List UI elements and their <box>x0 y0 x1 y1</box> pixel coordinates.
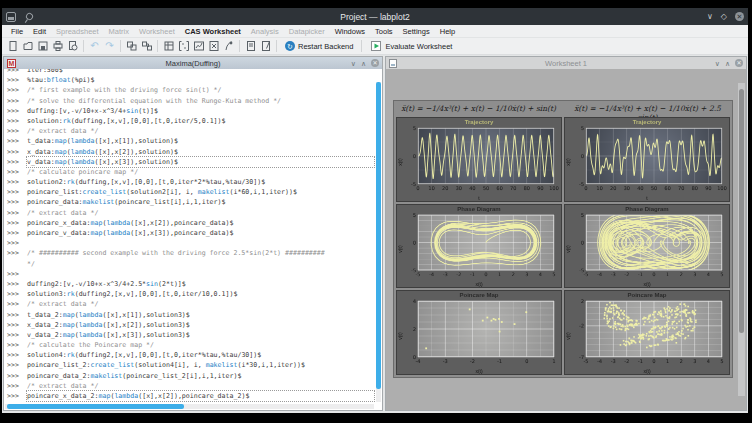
close-icon[interactable]: ✕ <box>735 12 744 21</box>
cas-vertical-scrollbar[interactable] <box>376 82 381 402</box>
evaluate-worksheet-button[interactable]: Evaluate Worksheet <box>365 39 457 54</box>
code-line[interactable]: >>>/* extract data */ <box>7 381 374 391</box>
menu-cas-worksheet[interactable]: CAS Worksheet <box>180 27 246 36</box>
minimize-icon[interactable]: ∨ <box>707 13 713 21</box>
code-line[interactable]: >>>x_data_2:map(lambda([x],x[2]),solutio… <box>7 320 374 330</box>
code-line[interactable]: >>>t_data:map(lambda([x],x[1]),solution)… <box>7 136 374 146</box>
code-line[interactable]: >>>/* extract data */ <box>7 208 374 218</box>
plot-poincare2[interactable]: Poincare Mapx(t)v(t) <box>564 290 730 375</box>
menu-settings[interactable]: Settings <box>398 27 435 36</box>
x-axis-label: x(t) <box>397 368 561 374</box>
menu-windows[interactable]: Windows <box>330 27 370 36</box>
new-cas-worksheet-icon[interactable] <box>206 39 221 54</box>
code-line[interactable]: >>> <box>7 238 374 248</box>
code-line[interactable]: >>>poincare_list_2:create_list(solution4… <box>7 360 374 370</box>
code-line[interactable]: >>> <box>7 269 374 279</box>
code-line[interactable]: >>>poincare_v_data:map(lambda([x],x[3]),… <box>7 228 374 238</box>
prompt: >>> <box>7 197 27 207</box>
code-line[interactable]: >>>/* extract data */ <box>7 299 374 309</box>
code-line[interactable]: >>>poincare_x_data:map(lambda([x],x[2]),… <box>7 218 374 228</box>
code-line[interactable]: >>>v_data_2:map(lambda([x],x[3]),solutio… <box>7 330 374 340</box>
panel-shade-icon[interactable]: ∨ <box>715 60 720 67</box>
menu-help[interactable]: Help <box>435 27 460 36</box>
plot-traj2[interactable]: Trajectorytx(t) <box>564 117 730 202</box>
code-line[interactable]: >>>%tau:bfloat(%pi)$ <box>7 75 374 85</box>
open-document-icon[interactable] <box>20 39 35 54</box>
code-line[interactable]: >>>/* first example with the driving for… <box>7 85 374 95</box>
menubar: FileEditSpreadsheetMatrixWorksheetCAS Wo… <box>2 25 748 38</box>
code-line[interactable]: >>>solution3:rk(duffing2,[x,v],[0,0],[t,… <box>7 289 374 299</box>
print-preview-icon[interactable] <box>65 39 80 54</box>
menu-edit[interactable]: Edit <box>28 27 51 36</box>
cas-panel-title: Maxima(Duffing) <box>4 59 382 68</box>
restore-icon[interactable]: ◇ <box>721 13 727 21</box>
pin-icon[interactable] <box>25 12 35 22</box>
code-line[interactable]: >>>/* extract data */ <box>7 126 374 136</box>
new-script-icon[interactable] <box>258 39 273 54</box>
code-line[interactable]: >>>/* solve the differential equation wi… <box>7 96 374 106</box>
code-line[interactable]: >>>t_data_2:map(lambda([x],x[1]),solutio… <box>7 310 374 320</box>
panel-shade-icon[interactable]: ∨ <box>351 60 356 67</box>
menu-tools[interactable]: Tools <box>370 27 398 36</box>
code-line[interactable]: >>>duffing:[v,-v/10+x-x^3/4+sin(t)]$ <box>7 106 374 116</box>
new-note-icon[interactable] <box>243 39 258 54</box>
worksheet-vertical-scrollbar[interactable] <box>738 83 745 396</box>
new-folder-icon[interactable] <box>139 39 154 54</box>
code-line[interactable]: >>>poincare_data_2:makelist(poincare_lis… <box>7 371 374 381</box>
window-titlebar: Project — labplot2 ∨ ◇ ✕ <box>2 8 748 25</box>
prompt: >>> <box>7 167 27 177</box>
worksheet-view[interactable]: ẍ(t) = −1/4x³(t) + x(t) − 1/10ẋ(t) + sin… <box>386 69 746 410</box>
new-worksheet-icon[interactable] <box>191 39 206 54</box>
new-datapicker-icon[interactable] <box>221 39 236 54</box>
cas-horizontal-scrollbar[interactable] <box>5 404 374 409</box>
cas-code[interactable]: >>>iter:500$>>>%tau:bfloat(%pi)$>>>/* fi… <box>7 69 374 401</box>
code-line[interactable]: >>>solution4:rk(duffing2,[x,v],[0,0],[t,… <box>7 350 374 360</box>
plot-phase1[interactable]: Phase Diagramx(t)v(t) <box>396 204 562 289</box>
panel-maximize-icon[interactable]: ∧ <box>725 60 730 67</box>
prompt: >>> <box>7 360 27 370</box>
code-line[interactable]: >>>solution:rk(duffing,[x,v],[0,0],[t,0,… <box>7 116 374 126</box>
plot-phase2[interactable]: Phase Diagramx(t)v(t) <box>564 204 730 289</box>
code-line[interactable]: >>>poincare_list:create_list(solution2[i… <box>7 187 374 197</box>
menu-file[interactable]: File <box>6 27 28 36</box>
code-line[interactable]: >>>/* ########## second example with the… <box>7 248 374 258</box>
panel-close-icon[interactable]: ✕ <box>735 59 743 67</box>
plot-canvas[interactable] <box>397 291 561 374</box>
x-axis-label: x(t) <box>565 368 729 374</box>
code-line[interactable]: >>>poincare_x_data_2:map(lambda([x],x[2]… <box>7 391 374 401</box>
code-line[interactable]: >>>v_data:map(lambda([x],x[3]),solution)… <box>7 157 374 167</box>
prompt: >>> <box>7 218 27 228</box>
cas-editor[interactable]: >>>iter:500$>>>%tau:bfloat(%pi)$>>>/* fi… <box>4 69 382 410</box>
code-line[interactable]: >>>duffing2:[v,-v/10+x-x^3/4+2.5*sin(2*t… <box>7 279 374 289</box>
plot-title: Poincare Map <box>397 292 561 298</box>
print-icon[interactable] <box>50 39 65 54</box>
plot-canvas[interactable] <box>565 118 729 201</box>
redo-icon[interactable]: ↷ <box>102 39 117 54</box>
y-axis-label: x(t) <box>565 145 571 179</box>
cas-panel-titlebar[interactable]: M Maxima(Duffing) ∨ ∧ ✕ <box>4 57 382 69</box>
new-matrix-icon[interactable] <box>176 39 191 54</box>
plot-canvas[interactable] <box>397 118 561 201</box>
code-line[interactable]: >>>x_data:map(lambda([x],x[2]),solution)… <box>7 147 374 157</box>
worksheet-panel-titlebar[interactable]: Worksheet 1 ∨ ∧ ✕ <box>386 57 746 69</box>
code-line[interactable]: >>>solution2:rk(duffing,[x,v],[0,0],[t,0… <box>7 177 374 187</box>
code-line[interactable]: >>>/* calculate the Poincare map */ <box>7 340 374 350</box>
save-icon[interactable] <box>35 39 50 54</box>
plot-traj1[interactable]: Trajectorytx(t) <box>396 117 562 202</box>
plot-canvas[interactable] <box>397 205 561 288</box>
undo-icon[interactable]: ↶ <box>87 39 102 54</box>
new-document-icon[interactable] <box>5 39 20 54</box>
restart-backend-button[interactable]: ↻Restart Backend <box>280 39 358 54</box>
plot-canvas[interactable] <box>565 205 729 288</box>
code-line[interactable]: */ <box>7 259 374 269</box>
prompt: >>> <box>7 238 27 248</box>
code-line[interactable]: >>>/* calculate poincare map */ <box>7 167 374 177</box>
plot-canvas[interactable] <box>565 291 729 374</box>
code-line[interactable]: >>>poincare_data:makelist(poincare_list[… <box>7 197 374 207</box>
panel-maximize-icon[interactable]: ∧ <box>361 60 366 67</box>
new-workbook-icon[interactable] <box>124 39 139 54</box>
plot-poincare1[interactable]: Poincare Mapx(t)v(t) <box>396 290 562 375</box>
new-spreadsheet-icon[interactable] <box>161 39 176 54</box>
panel-close-icon[interactable]: ✕ <box>371 59 379 67</box>
prompt: >>> <box>7 96 27 106</box>
